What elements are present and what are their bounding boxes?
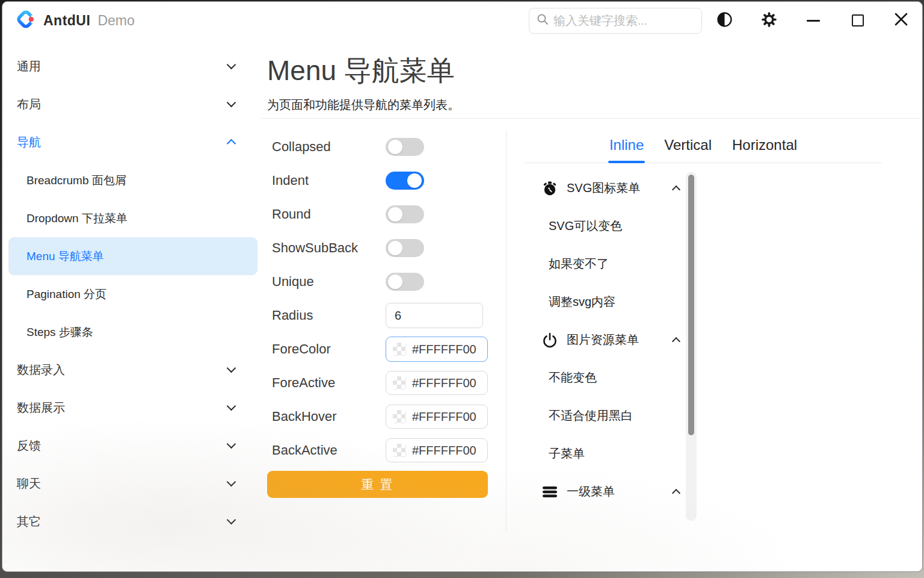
demo-scrollbar-track[interactable] <box>686 172 697 521</box>
sidebar-item-general[interactable]: 通用 <box>2 48 261 85</box>
sidebar-item-pagination[interactable]: Pagination 分页 <box>2 275 261 313</box>
menu-item-label: SVG可以变色 <box>549 218 622 234</box>
power-icon <box>542 332 558 348</box>
sidebar-item-other[interactable]: 其它 <box>2 503 261 541</box>
config-row: Radius <box>261 299 506 332</box>
menu-item[interactable]: 不能变色 <box>507 359 687 397</box>
forecolor-label: ForeColor <box>272 341 386 357</box>
chevron-up-icon <box>672 337 680 345</box>
sidebar-item-dropdown[interactable]: Dropdown 下拉菜单 <box>2 199 261 237</box>
titlebar: AntdUI Demo <box>2 2 922 39</box>
content-area: Collapsed Indent Round ShowSubBack <box>261 130 922 571</box>
color-value: #FFFFFF00 <box>412 444 476 458</box>
toggle-knob <box>407 173 422 188</box>
toggle-knob <box>388 140 402 154</box>
sidebar-item-label: 其它 <box>17 514 41 530</box>
page-title: Menu 导航菜单 <box>267 52 921 89</box>
toggle-label: Indent <box>272 173 386 188</box>
stopwatch-icon <box>542 181 558 196</box>
menu-group-top-level[interactable]: 一级菜单 <box>507 473 687 511</box>
minimize-icon <box>807 20 820 22</box>
config-row: BackActive #FFFFFF00 <box>261 434 506 467</box>
app-logo-icon <box>16 9 36 32</box>
tab-vertical[interactable]: Vertical <box>663 135 713 163</box>
close-button[interactable] <box>880 2 922 39</box>
sidebar-item-data-display[interactable]: 数据展示 <box>2 389 261 427</box>
sidebar-item-chat[interactable]: 聊天 <box>2 465 261 503</box>
foreactive-input[interactable]: #FFFFFF00 <box>386 371 488 395</box>
search-box[interactable] <box>529 8 702 34</box>
app-title: AntdUI <box>43 13 90 29</box>
menu-item[interactable]: 调整svg内容 <box>507 283 687 321</box>
search-icon <box>537 13 549 28</box>
radius-input[interactable] <box>386 303 483 328</box>
toggle-indent[interactable] <box>386 172 424 190</box>
toggle-label: ShowSubBack <box>272 240 386 256</box>
menu-item-label: 不适合使用黑白 <box>549 408 633 424</box>
sidebar-item-data-entry[interactable]: 数据录入 <box>2 351 261 389</box>
menu-group-svg[interactable]: SVG图标菜单 <box>507 169 687 207</box>
menu-item[interactable]: 如果变不了 <box>507 245 687 283</box>
sidebar-item-steps[interactable]: Steps 步骤条 <box>2 313 261 351</box>
app-subtitle: Demo <box>97 13 134 29</box>
chevron-down-icon <box>227 402 236 411</box>
theme-toggle-button[interactable] <box>702 2 747 39</box>
toggle-collapsed[interactable] <box>386 138 424 156</box>
chevron-up-icon <box>672 488 680 497</box>
chevron-up-icon <box>672 185 680 193</box>
toggle-knob <box>388 207 402 222</box>
sidebar-item-feedback[interactable]: 反馈 <box>2 427 261 465</box>
backhover-input[interactable]: #FFFFFF00 <box>386 405 488 429</box>
menu-item[interactable]: SVG可以变色 <box>507 207 687 245</box>
menu-item-label: 调整svg内容 <box>549 294 615 310</box>
backactive-input[interactable]: #FFFFFF00 <box>386 438 488 462</box>
minimize-button[interactable] <box>791 2 836 39</box>
demo-menu: SVG图标菜单 SVG可以变色 如果变不了 调整svg内容 <box>507 169 687 511</box>
toggle-label: Round <box>272 207 386 222</box>
toggle-round[interactable] <box>386 205 424 223</box>
chevron-down-icon <box>227 98 236 108</box>
toggle-label: Collapsed <box>272 139 386 155</box>
toggle-knob <box>388 275 402 289</box>
sidebar-item-label: 通用 <box>17 58 41 75</box>
search-input[interactable] <box>553 14 713 28</box>
menu-item[interactable]: 子菜单 <box>507 435 687 473</box>
app-brand: AntdUI Demo <box>16 9 135 32</box>
tab-inline[interactable]: Inline <box>608 135 645 163</box>
forecolor-input[interactable]: #FFFFFF00 <box>386 337 488 362</box>
sidebar-item-label: Breadcrumb 面包屑 <box>26 173 126 188</box>
sidebar-item-breadcrumb[interactable]: Breadcrumb 面包屑 <box>2 161 261 199</box>
sidebar-item-layout[interactable]: 布局 <box>2 85 261 123</box>
sidebar-item-label: 布局 <box>17 96 41 113</box>
chevron-down-icon <box>227 515 236 525</box>
toggle-showsubback[interactable] <box>386 239 424 257</box>
backhover-label: BackHover <box>272 409 386 424</box>
settings-button[interactable] <box>747 2 791 39</box>
menu-item[interactable]: 不适合使用黑白 <box>507 397 687 435</box>
maximize-button[interactable] <box>836 2 880 39</box>
maximize-icon <box>852 14 864 26</box>
demo-scrollbar-thumb[interactable] <box>688 175 694 435</box>
page-header: Menu 导航菜单 为页面和功能提供导航的菜单列表。 <box>261 39 921 119</box>
sidebar: 通用 布局 导航 Breadcrumb 面包屑 Dropdown 下拉菜单 Me… <box>2 39 261 571</box>
config-row: ShowSubBack <box>261 231 506 265</box>
menu-lines-icon <box>542 484 558 500</box>
foreactive-label: ForeActive <box>272 375 386 391</box>
toggle-unique[interactable] <box>386 273 424 291</box>
close-icon <box>894 12 908 29</box>
menu-group-label: 图片资源菜单 <box>567 332 639 348</box>
sidebar-item-navigation[interactable]: 导航 <box>2 123 261 161</box>
sidebar-item-label: Menu 导航菜单 <box>26 249 104 264</box>
color-value: #FFFFFF00 <box>412 343 476 356</box>
sidebar-item-label: Dropdown 下拉菜单 <box>26 211 128 226</box>
config-row: Indent <box>261 164 506 197</box>
config-row: BackHover #FFFFFF00 <box>261 400 506 434</box>
page-subtitle: 为页面和功能提供导航的菜单列表。 <box>267 97 921 113</box>
config-row: ForeActive #FFFFFF00 <box>261 366 506 400</box>
config-row: Round <box>261 197 506 231</box>
tab-horizontal[interactable]: Horizontal <box>731 135 798 163</box>
menu-group-image[interactable]: 图片资源菜单 <box>507 321 687 359</box>
menu-group-label: SVG图标菜单 <box>567 180 640 196</box>
sidebar-item-menu[interactable]: Menu 导航菜单 <box>8 237 257 275</box>
reset-button[interactable]: 重 置 <box>267 471 488 498</box>
